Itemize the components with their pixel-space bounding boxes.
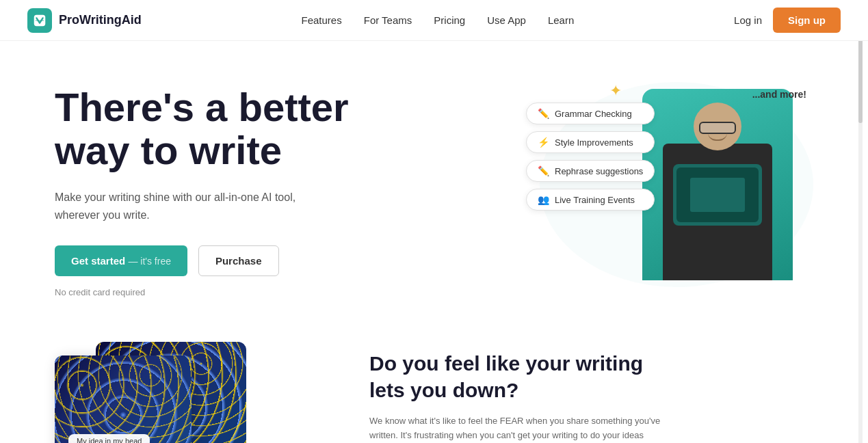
chip-grammar-label: Grammar Checking — [555, 109, 632, 119]
hero-subtext: Make your writing shine with our all-in-… — [55, 189, 315, 224]
nav-item-forteams[interactable]: For Teams — [364, 14, 412, 27]
chip-grammar-icon: ✏️ — [538, 108, 549, 119]
nav-item-useapp[interactable]: Use App — [487, 14, 526, 27]
get-started-button[interactable]: Get started — it's free — [55, 245, 187, 276]
chip-style: ⚡ Style Improvements — [526, 131, 655, 153]
person-smile — [708, 133, 727, 141]
section2-images: My idea in my head — [55, 342, 315, 443]
chip-style-label: Style Improvements — [555, 137, 633, 148]
nav-link-forteams[interactable]: For Teams — [364, 14, 412, 26]
person-head — [694, 103, 741, 150]
section2-title: Do you feel like your writing lets you d… — [369, 350, 670, 403]
logo-area[interactable]: ProWritingAid — [27, 8, 142, 33]
chip-training-label: Live Training Events — [555, 195, 635, 205]
chip-grammar: ✏️ Grammar Checking — [526, 103, 655, 124]
nav-item-features[interactable]: Features — [302, 14, 342, 27]
image-front: My idea in my head — [55, 355, 192, 443]
nav-links: Features For Teams Pricing Use App Learn — [302, 14, 575, 27]
section2-body: We know what it's like to feel the FEAR … — [369, 414, 670, 443]
nav-item-learn[interactable]: Learn — [548, 14, 574, 27]
signup-button[interactable]: Sign up — [773, 8, 841, 33]
image-caption: My idea in my head — [68, 434, 150, 443]
feature-chips: ✏️ Grammar Checking ⚡ Style Improvements… — [526, 103, 655, 211]
hero-section: There's a better way to write Make your … — [0, 41, 868, 328]
navbar: ProWritingAid Features For Teams Pricing… — [0, 0, 868, 41]
scrollbar[interactable] — [858, 0, 863, 443]
image-stack: My idea in my head — [55, 342, 301, 443]
chip-training: 👥 Live Training Events — [526, 189, 655, 211]
hero-person-illustration — [635, 75, 800, 280]
purchase-button[interactable]: Purchase — [198, 245, 279, 276]
section2: My idea in my head Do you feel like your… — [0, 328, 868, 443]
section2-text: Do you feel like your writing lets you d… — [369, 350, 670, 443]
brand-name: ProWritingAid — [59, 13, 142, 27]
person-bg — [642, 89, 793, 280]
nav-item-pricing[interactable]: Pricing — [434, 14, 465, 27]
chip-rephrase-label: Rephrase suggestions — [555, 166, 643, 176]
nav-link-features[interactable]: Features — [302, 14, 342, 26]
hero-buttons: Get started — it's free Purchase — [55, 245, 349, 276]
nav-link-useapp[interactable]: Use App — [487, 14, 526, 26]
chip-training-icon: 👥 — [538, 194, 549, 205]
login-button[interactable]: Log in — [734, 14, 762, 26]
sparkle-icon: ✦ — [609, 82, 622, 100]
starry-night-image-2 — [55, 355, 192, 443]
nav-link-learn[interactable]: Learn — [548, 14, 574, 26]
and-more-text: ...and more! — [752, 89, 806, 100]
no-credit-text: No credit card required — [55, 287, 349, 297]
person-laptop — [673, 164, 762, 226]
hero-right: ✏️ Grammar Checking ⚡ Style Improvements… — [526, 82, 813, 301]
chip-style-icon: ⚡ — [538, 137, 549, 148]
hero-left: There's a better way to write Make your … — [55, 85, 349, 298]
nav-actions: Log in Sign up — [734, 8, 841, 33]
logo-icon — [27, 8, 52, 33]
nav-link-pricing[interactable]: Pricing — [434, 14, 465, 26]
chip-rephrase: ✏️ Rephrase suggestions — [526, 160, 655, 182]
free-tag: — it's free — [128, 256, 171, 267]
chip-rephrase-icon: ✏️ — [538, 165, 549, 176]
hero-headline: There's a better way to write — [55, 85, 349, 173]
